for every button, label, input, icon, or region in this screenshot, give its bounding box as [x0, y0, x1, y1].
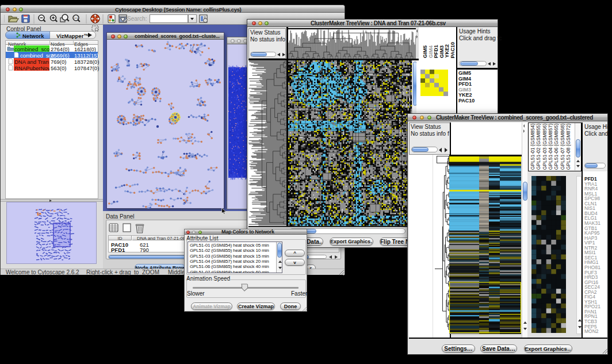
svg-text:1:1: 1:1 — [74, 17, 78, 20]
